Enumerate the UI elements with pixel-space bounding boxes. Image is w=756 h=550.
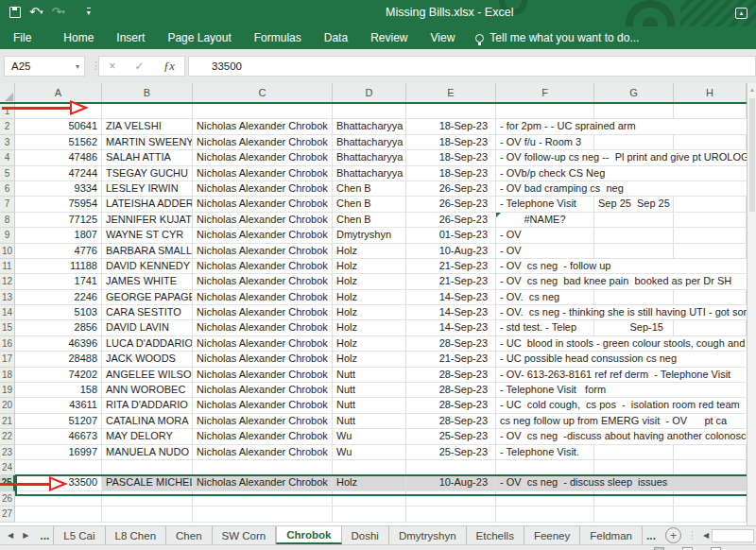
cell-doctor[interactable]: Wu bbox=[333, 429, 406, 444]
row-header[interactable]: 5 bbox=[0, 166, 15, 181]
cell-id[interactable]: 43611 bbox=[15, 398, 102, 413]
vertical-scrollbar-thumb[interactable] bbox=[749, 98, 755, 212]
cell-doctor[interactable]: Bhattacharyya bbox=[333, 166, 406, 181]
cell-patient-name[interactable]: WAYNE ST CYR bbox=[102, 228, 193, 243]
cell-id[interactable]: 158 bbox=[15, 383, 102, 398]
row-header[interactable]: 27 bbox=[0, 507, 15, 522]
row-header[interactable]: 12 bbox=[0, 274, 15, 289]
cell-provider[interactable]: Nicholas Alexander Chrobok bbox=[193, 383, 333, 398]
cell-id[interactable]: 1741 bbox=[15, 274, 102, 289]
cell-doctor[interactable] bbox=[333, 460, 406, 475]
cell-doctor[interactable] bbox=[333, 491, 406, 507]
cell-note[interactable]: - OV bbox=[496, 244, 594, 259]
cell-date[interactable]: 28-Sep-23 bbox=[406, 398, 496, 413]
column-header-C[interactable]: C bbox=[193, 83, 333, 102]
cell-doctor[interactable]: Holz bbox=[333, 475, 406, 490]
cell-id[interactable]: 46673 bbox=[15, 429, 102, 444]
insert-function-icon[interactable]: ƒx bbox=[163, 60, 175, 74]
column-header-D[interactable]: D bbox=[333, 83, 406, 102]
enter-check-icon[interactable]: ✓ bbox=[135, 60, 145, 73]
cell-h[interactable] bbox=[674, 507, 747, 522]
cell-date[interactable]: 21-Sep-23 bbox=[406, 259, 496, 274]
row-header[interactable]: 23 bbox=[0, 445, 15, 460]
cell-id[interactable]: 11188 bbox=[15, 259, 102, 274]
cell-date[interactable] bbox=[406, 507, 496, 522]
sheet-nav-prev-icon[interactable]: ◀ bbox=[8, 531, 13, 540]
ribbon-tab-view[interactable]: View bbox=[420, 26, 467, 49]
cell-patient-name[interactable]: TSEGAY GUCHU bbox=[102, 166, 193, 181]
cell-date[interactable]: 10-Aug-23 bbox=[406, 475, 496, 490]
cell-date[interactable]: 26-Sep-23 bbox=[406, 213, 496, 228]
cell-note[interactable]: - OV cs neg -discuss about having anothe… bbox=[496, 429, 747, 444]
row-header[interactable]: 7 bbox=[0, 197, 15, 212]
cell-extra[interactable] bbox=[594, 135, 674, 150]
cell-patient-name[interactable]: MAY DELORY bbox=[102, 429, 193, 444]
cell-date[interactable]: 28-Sep-23 bbox=[406, 336, 496, 352]
cell-provider[interactable]: Nicholas Alexander Chrobok bbox=[193, 150, 333, 165]
cell-date[interactable] bbox=[406, 491, 496, 507]
sheet-tab-dmytryshyn[interactable]: Dmytryshyn bbox=[389, 526, 467, 544]
cell-date[interactable]: 26-Sep-23 bbox=[406, 181, 496, 197]
row-header[interactable]: 16 bbox=[0, 336, 15, 352]
cell-note[interactable]: - OV follow-up cs neg -- Pl print and gi… bbox=[496, 150, 747, 165]
row-header[interactable]: 15 bbox=[0, 320, 15, 335]
cell-patient-name[interactable]: DAVID LAVIN bbox=[102, 320, 193, 335]
cell-date[interactable]: 01-Sep-23 bbox=[406, 228, 496, 243]
cell-date[interactable]: 25-Sep-23 bbox=[406, 429, 496, 444]
cell-note[interactable]: - OV cs neg - follow up bbox=[496, 259, 747, 274]
cell-id[interactable]: 77125 bbox=[15, 213, 102, 228]
row-header[interactable]: 4 bbox=[0, 150, 15, 165]
cell-provider[interactable]: Nicholas Alexander Chrobok bbox=[193, 475, 333, 490]
row-header[interactable]: 8 bbox=[0, 213, 15, 228]
cell-note[interactable]: - Telephone Visit form bbox=[496, 383, 747, 398]
cell-note[interactable]: - OV. cs neg bbox=[496, 290, 594, 305]
row-header[interactable]: 18 bbox=[0, 368, 15, 383]
cell-provider[interactable]: Nicholas Alexander Chrobok bbox=[193, 119, 333, 134]
cell-doctor[interactable]: Bhattacharyya bbox=[333, 119, 406, 134]
cell-doctor[interactable]: Chen B bbox=[333, 181, 406, 197]
sheet-tabs-overflow-left[interactable]: ... bbox=[36, 526, 53, 544]
cell-provider[interactable] bbox=[193, 104, 333, 119]
cell-date[interactable]: 18-Sep-23 bbox=[406, 135, 496, 150]
cell-provider[interactable]: Nicholas Alexander Chrobok bbox=[193, 181, 333, 197]
cell-provider[interactable]: Nicholas Alexander Chrobok bbox=[193, 445, 333, 460]
ribbon-display-options-icon[interactable]: ▴ bbox=[735, 8, 747, 19]
cell-id[interactable]: 74202 bbox=[15, 368, 102, 383]
cell-date[interactable]: 28-Sep-23 bbox=[406, 414, 496, 429]
cell-date[interactable]: 14-Sep-23 bbox=[406, 290, 496, 305]
ribbon-tab-file[interactable]: File bbox=[0, 26, 44, 49]
undo-button[interactable]: ↶▾ bbox=[29, 5, 43, 20]
new-sheet-button[interactable]: + bbox=[665, 527, 681, 543]
cell-date[interactable]: 14-Sep-23 bbox=[406, 305, 496, 320]
column-header-G[interactable]: G bbox=[594, 83, 674, 102]
cell-doctor[interactable]: Wu bbox=[333, 445, 406, 460]
sheet-tab-l5-cai[interactable]: L5 Cai bbox=[53, 526, 105, 544]
cell-provider[interactable] bbox=[193, 507, 333, 522]
row-header[interactable]: 14 bbox=[0, 305, 15, 320]
customize-qat-icon[interactable]: ▾ bbox=[87, 8, 91, 17]
cell-provider[interactable]: Nicholas Alexander Chrobok bbox=[193, 429, 333, 444]
row-header[interactable]: 26 bbox=[0, 491, 15, 507]
cell-id[interactable]: 51562 bbox=[15, 135, 102, 150]
cell-extra[interactable] bbox=[594, 507, 674, 522]
tell-me-box[interactable]: Tell me what you want to do... bbox=[475, 31, 639, 44]
cell-id[interactable] bbox=[15, 460, 102, 475]
cell-date[interactable] bbox=[406, 460, 496, 475]
redo-button[interactable]: ↷▾ bbox=[51, 5, 64, 20]
cell-doctor[interactable]: Holz bbox=[333, 274, 406, 289]
sheet-tab-l8-chen[interactable]: L8 Chen bbox=[106, 526, 166, 544]
cell-patient-name[interactable]: LUCA D'ADDARIO bbox=[102, 336, 193, 352]
scroll-up-icon[interactable]: ▲ bbox=[749, 87, 755, 93]
cell-note[interactable]: - OV bad cramping cs neg bbox=[496, 181, 747, 197]
sheet-nav-next-icon[interactable]: ▶ bbox=[23, 531, 28, 540]
cell-date[interactable] bbox=[406, 104, 496, 119]
cell-id[interactable]: 16997 bbox=[15, 445, 102, 460]
cell-date[interactable]: 14-Sep-23 bbox=[406, 320, 496, 335]
cell-provider[interactable]: Nicholas Alexander Chrobok bbox=[193, 259, 333, 274]
cell-note[interactable]: #NAME? bbox=[496, 213, 594, 228]
row-header[interactable]: 20 bbox=[0, 398, 15, 413]
cell-extra[interactable] bbox=[594, 290, 674, 305]
cell-note[interactable]: cs neg follow up from EMERG visit - OV p… bbox=[496, 414, 747, 429]
ribbon-tab-formulas[interactable]: Formulas bbox=[243, 26, 313, 49]
cell-id[interactable] bbox=[15, 491, 102, 507]
